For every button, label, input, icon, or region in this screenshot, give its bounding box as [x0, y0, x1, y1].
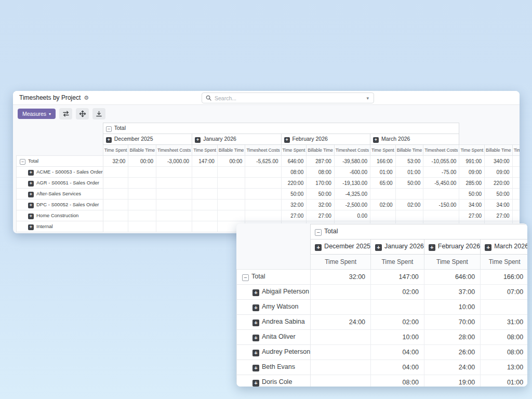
pivot-value-cell — [128, 210, 156, 221]
pivot-value-cell: -4,325.00 — [334, 189, 370, 200]
month-column-header[interactable]: +January 2026 — [192, 134, 281, 145]
plus-square-icon[interactable]: + — [252, 380, 259, 387]
plus-square-icon[interactable]: + — [485, 244, 491, 251]
measure-column-header[interactable]: Billable Time — [307, 145, 335, 156]
measure-column-header[interactable]: Time Spent — [192, 145, 218, 156]
measure-column-header[interactable]: Timesheet Costs — [245, 145, 281, 156]
plus-square-icon[interactable]: + — [315, 244, 322, 251]
measure-column-header[interactable]: Time Spent — [371, 255, 424, 270]
measure-column-header[interactable]: Time Spent — [311, 255, 371, 270]
pivot-row-header[interactable]: +Internal — [17, 221, 103, 232]
pivot-value-cell — [128, 200, 156, 210]
plus-square-icon[interactable]: + — [28, 170, 34, 176]
pivot-row-header[interactable]: +Abigail Peterson — [237, 285, 311, 300]
pivot-value-cell: 27:00 — [307, 210, 335, 221]
table-row: +ACME - S00053 - Sales Order08:0008:00-6… — [17, 167, 520, 178]
plus-square-icon[interactable]: + — [284, 137, 290, 143]
pivot-value-cell — [103, 210, 128, 221]
month-column-header[interactable]: +December 2025 — [103, 134, 192, 145]
measure-column-header[interactable]: Time Spent — [459, 145, 485, 156]
minus-square-icon[interactable]: − — [242, 274, 249, 281]
measure-column-header[interactable]: Billable Time — [128, 145, 156, 156]
pivot-row-header[interactable]: −Total — [237, 270, 311, 285]
plus-square-icon[interactable]: + — [28, 181, 34, 187]
pivot-value-cell: -5,625.00 — [245, 156, 281, 167]
plus-square-icon[interactable]: + — [28, 214, 34, 219]
pivot-value-cell: -10,055.00 — [423, 156, 459, 167]
pivot-value-cell — [370, 189, 396, 200]
plus-square-icon[interactable]: + — [28, 192, 34, 197]
month-column-header[interactable]: +March 2026 — [370, 134, 459, 145]
measure-column-header[interactable]: Billable Time — [395, 145, 423, 156]
plus-square-icon[interactable]: + — [252, 350, 259, 356]
pivot-row-header[interactable]: +Audrey Peterson — [237, 345, 311, 360]
measure-column-header[interactable]: Timesheet Costs — [423, 145, 459, 156]
pivot-row-header[interactable]: +Doris Cole — [237, 375, 311, 387]
caret-down-icon[interactable]: ▾ — [365, 96, 370, 101]
plus-square-icon[interactable]: + — [429, 244, 435, 251]
month-column-header[interactable]: +December 2025 — [311, 240, 371, 255]
pivot-value-cell — [128, 167, 156, 178]
plus-square-icon[interactable]: + — [375, 244, 382, 251]
pivot-value-cell: 50:00 — [281, 189, 307, 200]
pivot-value-cell: 220:00 — [281, 178, 307, 189]
plus-square-icon[interactable]: + — [195, 137, 201, 143]
measures-button[interactable]: Measures ▾ — [18, 109, 56, 119]
pivot-row-header[interactable]: +ACME - S00053 - Sales Order — [17, 167, 103, 178]
pivot-value-cell — [103, 189, 128, 200]
minus-square-icon[interactable]: − — [20, 159, 25, 165]
minus-square-icon[interactable]: − — [315, 229, 322, 236]
pivot-row-header[interactable]: +After-Sales Services — [17, 189, 103, 200]
pivot-row-header[interactable]: +Home Construction — [17, 210, 103, 221]
total-column-header[interactable]: −Total — [103, 123, 459, 134]
measure-column-header[interactable]: Timesheet Costs — [156, 145, 192, 156]
gear-icon[interactable]: ⚙ — [84, 95, 89, 101]
minus-square-icon[interactable]: − — [106, 126, 112, 132]
pivot-value-cell: 166:00 — [481, 270, 527, 285]
month-column-header[interactable]: +March 2026 — [481, 240, 527, 255]
pivot-row-header[interactable]: −Total — [17, 156, 103, 167]
pivot-value-cell — [217, 167, 245, 178]
download-button[interactable] — [92, 108, 105, 119]
pivot-row-header[interactable]: +Beth Evans — [237, 360, 311, 375]
flip-axis-button[interactable] — [59, 108, 72, 119]
plus-square-icon[interactable]: + — [373, 137, 379, 143]
plus-square-icon[interactable]: + — [252, 335, 259, 341]
table-row: +Audrey Peterson04:0026:0008:0038:00 — [237, 345, 528, 360]
pivot-value-cell — [245, 200, 281, 210]
measure-column-header[interactable]: Time Spent — [481, 255, 527, 270]
measure-column-header[interactable]: Time Spent — [370, 145, 396, 156]
measure-column-header[interactable]: Time Spent — [103, 145, 128, 156]
pivot-row-header[interactable]: +AGR - S00051 - Sales Order — [17, 178, 103, 189]
search-input[interactable] — [215, 95, 362, 101]
plus-square-icon[interactable]: + — [252, 320, 259, 326]
total-column-header[interactable]: −Total — [311, 224, 527, 240]
pivot-row-header[interactable]: +Anita Oliver — [237, 330, 311, 345]
plus-square-icon[interactable]: + — [252, 289, 259, 296]
search-box[interactable]: ▾ — [202, 92, 374, 103]
month-column-header[interactable]: +February 2026 — [281, 134, 370, 145]
pivot-value-cell: -24,580.00 — [512, 178, 520, 189]
measure-column-header[interactable]: Timesheet Costs — [334, 145, 370, 156]
measure-column-header[interactable]: Billable Time — [485, 145, 513, 156]
measure-column-header[interactable]: Time Spent — [424, 255, 480, 270]
pivot-value-cell: -4,325.00 — [512, 189, 520, 200]
plus-square-icon[interactable]: + — [28, 203, 34, 208]
month-column-header[interactable]: +January 2026 — [371, 240, 424, 255]
measure-column-header[interactable]: Time Spent — [281, 145, 307, 156]
pivot-value-cell: 07:00 — [481, 285, 527, 300]
pivot-value-cell: 02:00 — [371, 315, 424, 330]
pivot-row-header[interactable]: +DPC - S00052 - Sales Order — [17, 200, 103, 210]
plus-square-icon[interactable]: + — [106, 137, 112, 143]
month-column-header[interactable]: +February 2026 — [424, 240, 480, 255]
expand-all-button[interactable] — [76, 108, 89, 119]
pivot-row-header[interactable]: +Andrea Sabina — [237, 315, 311, 330]
plus-square-icon[interactable]: + — [28, 224, 34, 230]
plus-square-icon[interactable]: + — [252, 365, 259, 371]
pivot-row-header[interactable]: +Amy Watson — [237, 300, 311, 315]
plus-square-icon[interactable]: + — [252, 304, 259, 311]
pivot-value-cell — [481, 300, 527, 315]
pivot-corner-cell — [17, 145, 103, 156]
measure-column-header[interactable]: Billable Time — [217, 145, 245, 156]
measure-column-header[interactable]: Timesheet Costs — [512, 145, 520, 156]
